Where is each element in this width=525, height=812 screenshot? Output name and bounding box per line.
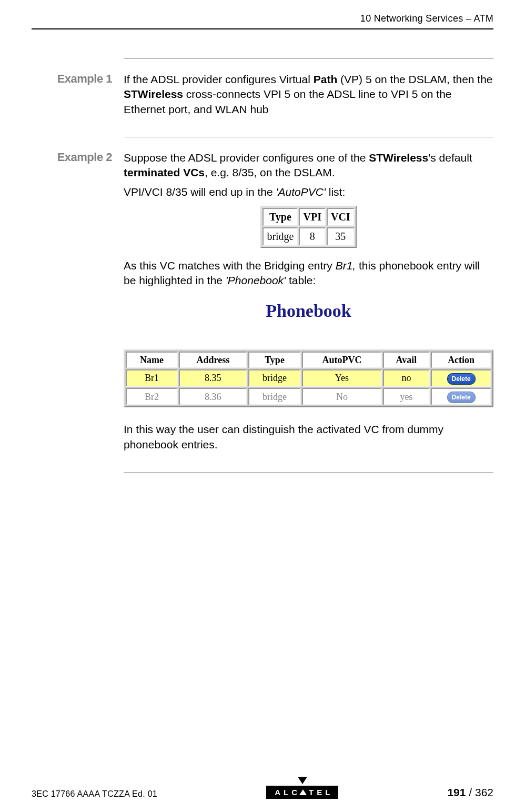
doc-id: 3EC 17766 AAAA TCZZA Ed. 01 [32,789,157,799]
text: list: [326,186,345,198]
example-1-block: Example 1 If the ADSL provider configure… [32,72,493,121]
phonebook-table: Name Address Type AutoPVC Avail Action B… [124,349,493,408]
col-type: Type [248,352,301,368]
cell-type: bridge [262,227,298,246]
table-row: bridge 8 35 [262,227,354,246]
text: In this way the user can distinguish the… [124,422,493,452]
col-name: Name [126,352,178,368]
page-total: 362 [475,786,493,798]
text-italic: 'Phonebook' [226,274,286,286]
col-action: Action [431,352,491,368]
page-footer: 3EC 17766 AAAA TCZZA Ed. 01 ALCTEL 191 /… [32,777,493,799]
cell-avail: no [383,369,430,387]
col-vci: VCI [327,208,355,226]
cell-autopvc: Yes [302,369,381,387]
col-address: Address [179,352,247,368]
cell-name: Br2 [126,388,178,405]
section-divider [124,58,493,59]
logo-text: ALC [275,788,300,797]
text-bold: STWireless [124,88,183,100]
page-sep: / [466,786,475,798]
autopvc-table: Type VPI VCI bridge 8 35 [260,206,356,248]
text: , e.g. 8/35, on the DSLAM. [205,166,335,178]
page-current: 191 [447,786,466,798]
text-italic: Br1, [336,259,356,272]
text-italic: 'AutoPVC' [276,186,326,198]
text-bold: terminated VCs [124,166,205,178]
cell-name: Br1 [126,369,178,387]
logo-text: TEL [309,788,333,797]
col-vpi: VPI [299,208,325,226]
example-1-content: If the ADSL provider configures Virtual … [124,72,493,121]
example-1-label: Example 1 [32,72,124,121]
alcatel-logo: ALCTEL [266,786,338,799]
text-bold: STWireless [369,152,428,164]
header-rule [32,28,493,29]
cell-avail: yes [383,388,430,405]
page-number: 191 / 362 [447,786,493,799]
cell-action: Delete [431,388,491,405]
cell-vpi: 8 [299,227,325,246]
cell-address: 8.36 [179,388,247,405]
cell-action: Delete [431,369,491,387]
delete-button[interactable]: Delete [447,392,476,403]
phonebook-heading: Phonebook [124,299,493,323]
text: 's default [428,152,472,164]
cell-autopvc: No [302,388,381,405]
example-2-label: Example 2 [32,151,124,456]
text-bold: Path [314,73,338,85]
example-2-block: Example 2 Suppose the ADSL provider conf… [32,151,493,456]
cell-type: bridge [248,388,301,405]
delete-button[interactable]: Delete [447,373,476,385]
page-header-chapter: 10 Networking Services – ATM [32,13,493,24]
col-avail: Avail [383,352,430,368]
triangle-up-icon [299,789,307,795]
cell-type: bridge [248,369,301,387]
col-autopvc: AutoPVC [302,352,381,368]
cell-address: 8.35 [179,369,247,387]
section-divider [124,472,493,473]
example-2-content: Suppose the ADSL provider configures one… [124,151,493,456]
brand-logo: ALCTEL [266,777,338,799]
triangle-down-icon [298,777,307,784]
cell-vci: 35 [327,227,355,246]
text: If the ADSL provider configures Virtual [124,73,314,85]
table-row-highlighted: Br1 8.35 bridge Yes no Delete [126,369,491,387]
table-header-row: Name Address Type AutoPVC Avail Action [126,352,491,368]
section-divider [124,137,493,137]
text: VPI/VCI 8/35 will end up in the [124,186,276,198]
text: As this VC matches with the Bridging ent… [124,259,336,272]
text: (VP) 5 on the DSLAM, then the [337,73,492,85]
table-row: Br2 8.36 bridge No yes Delete [126,388,491,405]
col-type: Type [262,208,298,226]
text: Suppose the ADSL provider configures one… [124,152,369,164]
table-header-row: Type VPI VCI [262,208,354,226]
text: table: [286,274,316,286]
